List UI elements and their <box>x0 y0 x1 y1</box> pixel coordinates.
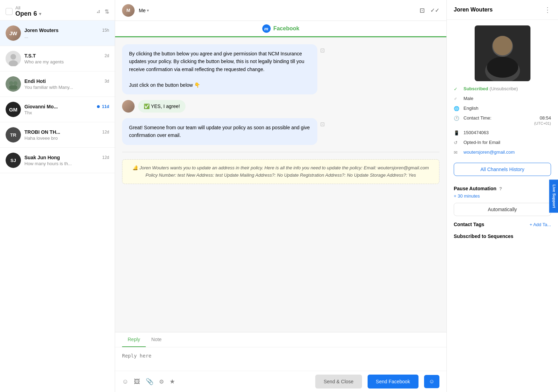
chat-header: M Me ▾ ⊡ ✓✓ <box>115 0 446 21</box>
agent-selector[interactable]: Me ▾ <box>139 8 149 13</box>
chevron-down-icon: ▾ <box>39 12 41 16</box>
status-label: Open <box>15 10 31 17</box>
help-circle-icon: ? <box>499 186 502 191</box>
contact-name: Joren Wouters <box>24 28 59 33</box>
check-circle-icon: ✓ <box>454 86 460 92</box>
contact-info: T.S.T 2d Who are my agents <box>24 53 109 64</box>
contact-list: JW Joren Wouters 15h ... T.S.T 2d Who ar… <box>0 21 115 392</box>
unread-dot <box>97 105 100 108</box>
contact-item[interactable]: TR TROBI ON TH... 12d Haha loveee bro <box>0 122 115 148</box>
contact-name: T.S.T <box>24 53 36 59</box>
contact-preview: Haha loveee bro <box>24 136 109 141</box>
subscribed-row: ✓ Subscribed(Unsubscribe) <box>447 84 558 94</box>
opted-in-icon: ↺ <box>454 140 460 145</box>
gender-icon: ♂ <box>454 96 460 101</box>
contact-item[interactable]: JW Joren Wouters 15h ... <box>0 21 115 46</box>
messages-area: By clicking the button below you agree a… <box>115 37 446 332</box>
svg-point-5 <box>13 81 17 85</box>
phone-value: 1500474063 <box>463 130 489 135</box>
automatically-button[interactable]: Automatically <box>454 203 551 216</box>
contact-preview: ... <box>24 34 109 39</box>
contact-time-value: 08:54 <box>540 115 551 121</box>
separator <box>122 152 439 152</box>
clock-icon: 🕐 <box>454 116 460 121</box>
status-filter[interactable]: Open 6 ▾ <box>15 10 41 17</box>
bot-action-icon[interactable]: ⊡ <box>317 118 327 130</box>
channel-indicator: m Facebook <box>115 21 446 37</box>
select-all-checkbox[interactable] <box>6 8 13 15</box>
avatar: JW <box>6 25 21 41</box>
bot-action-icon[interactable]: ⊡ <box>317 44 327 56</box>
avatar <box>6 76 21 92</box>
unsubscribe-link[interactable]: (Unsubscribe) <box>490 86 518 91</box>
contact-preview: Thx <box>24 110 109 115</box>
contact-item[interactable]: T.S.T 2d Who are my agents <box>0 46 115 71</box>
contact-time: 3d <box>105 79 109 84</box>
contact-name: Suak Jun Hong <box>24 155 60 160</box>
avatar <box>6 51 21 66</box>
send-facebook-button[interactable]: Send Facebook <box>368 375 418 389</box>
emoji-icon[interactable]: ☺ <box>122 378 128 385</box>
opted-in-value: Opted-In for Email <box>463 140 500 145</box>
contact-item[interactable]: GM Giovanni Mo... 11d Thx <box>0 97 115 122</box>
filter-icon[interactable]: ⊿ <box>96 8 100 15</box>
add-tag-link[interactable]: + Add Ta... <box>529 222 551 227</box>
reply-toolbar: ☺ 🖼 📎 ⚙ ★ Send & Close Send Facebook ☺ <box>115 371 446 392</box>
contact-item[interactable]: SJ Suak Jun Hong 12d How many hours is t… <box>0 148 115 173</box>
avatar: TR <box>6 127 21 143</box>
contact-time: 12d <box>102 155 109 160</box>
user-avatar <box>122 100 135 113</box>
right-panel: Joren Wouters ⋮ ✓ Subscribed(Unsubscribe… <box>446 0 558 392</box>
main-chat: M Me ▾ ⊡ ✓✓ m Facebook By clicking the b… <box>115 0 446 392</box>
bot-message: By clicking the button below you agree a… <box>122 44 317 94</box>
bot-message: Great! Someone from our team will update… <box>122 118 317 145</box>
sort-icon[interactable]: ⇅ <box>105 8 109 15</box>
avatar: GM <box>6 102 21 117</box>
profile-photo <box>475 25 530 81</box>
send-options-button[interactable]: ☺ <box>424 375 439 388</box>
facebook-messenger-icon: m <box>262 24 271 33</box>
all-channels-history-button[interactable]: All Channels History <box>454 163 551 176</box>
contact-name: Giovanni Mo... <box>24 104 58 109</box>
header-right-icons: ⊡ ✓✓ <box>420 7 439 14</box>
contact-time: 11d <box>102 104 109 109</box>
send-close-button[interactable]: Send & Close <box>315 375 362 389</box>
contact-tags-label: Contact Tags <box>454 222 484 227</box>
all-label: All <box>15 6 41 10</box>
subscribed-sequences-label: Subscribed to Sequences <box>447 229 558 241</box>
flow-icon[interactable]: ⚙ <box>159 378 164 385</box>
star-icon[interactable]: ★ <box>169 378 175 385</box>
contact-preview: How many hours is th... <box>24 161 109 166</box>
email-value: woutersjoren@gmail.com <box>463 149 515 155</box>
more-options-icon[interactable]: ⋮ <box>544 6 551 14</box>
image-icon[interactable]: 🖼 <box>134 378 140 385</box>
snooze-icon[interactable]: ⊡ <box>420 7 425 14</box>
language-value: English <box>463 106 478 111</box>
note-message: 🔔 Joren Wouters wants you to update an a… <box>122 159 439 184</box>
open-count: 6 <box>33 10 37 17</box>
svg-point-1 <box>10 54 16 60</box>
contact-preview: Who are my agents <box>24 59 109 64</box>
channel-name: Facebook <box>273 25 300 32</box>
reply-tabs: Reply Note <box>115 332 446 347</box>
globe-icon: 🌐 <box>454 106 460 111</box>
reply-input[interactable] <box>115 347 446 370</box>
contact-info: Suak Jun Hong 12d How many hours is th..… <box>24 155 109 166</box>
tab-note[interactable]: Note <box>146 332 167 347</box>
gender-row: ♂ Male <box>447 94 558 103</box>
right-panel-header: Joren Wouters ⋮ <box>447 0 558 20</box>
contact-time-label: Contact Time: <box>463 115 491 121</box>
message-row: Great! Someone from our team will update… <box>122 118 439 145</box>
gender-value: Male <box>463 96 473 101</box>
sidebar-header-icons: ⊿ ⇅ <box>96 8 109 15</box>
tab-reply[interactable]: Reply <box>122 332 146 347</box>
live-support-tab[interactable]: Live Support <box>549 179 558 213</box>
svg-rect-6 <box>9 85 17 90</box>
email-icon: ✉ <box>454 150 460 155</box>
attach-icon[interactable]: 📎 <box>146 378 153 385</box>
resolve-icon[interactable]: ✓✓ <box>430 7 439 14</box>
timezone-value: (UTC+01) <box>534 121 551 125</box>
subscribed-label: Subscribed <box>463 86 488 91</box>
contact-item[interactable]: Endi Hoti 3d You familiar with Many... <box>0 71 115 97</box>
message-row: By clicking the button below you agree a… <box>122 44 439 94</box>
